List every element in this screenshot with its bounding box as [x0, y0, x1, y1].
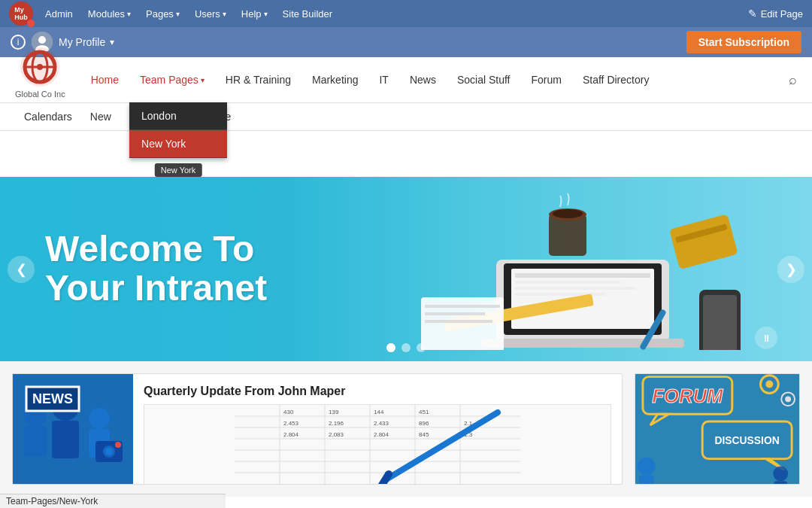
sub-nav: Calendars New Knowledge Exchange	[0, 102, 812, 131]
start-subscription-button[interactable]: Start Subscription	[686, 31, 801, 53]
banner-heading-line2: Your Intranet	[45, 269, 267, 309]
dropdown-london[interactable]: London	[129, 102, 227, 130]
sub-nav-calendars[interactable]: Calendars	[15, 103, 81, 130]
svg-rect-34	[52, 421, 79, 458]
company-logo	[20, 47, 61, 88]
banner-dot-2[interactable]	[401, 343, 411, 352]
svg-text:2.804: 2.804	[374, 431, 389, 438]
svg-text:430: 430	[283, 409, 294, 415]
svg-text:845: 845	[419, 431, 429, 438]
admin-nav: Admin Modules Pages Users Help Site Buil…	[45, 8, 332, 20]
svg-rect-8	[549, 214, 586, 256]
banner-next-button[interactable]: ❯	[777, 256, 804, 283]
banner-pause-button[interactable]: ⏸	[755, 327, 777, 349]
team-pages-dropdown: London New York New York	[129, 102, 227, 158]
svg-rect-80	[774, 481, 787, 485]
main-nav-wrapper: Global Co Inc Home Team Pages London New…	[0, 57, 812, 103]
main-nav: Global Co Inc Home Team Pages London New…	[15, 57, 797, 102]
banner-content: Welcome To Your Intranet	[45, 230, 267, 309]
status-bar: Team-Pages/New-York	[0, 494, 226, 508]
company-name: Global Co Inc	[15, 90, 65, 99]
site-builder-link[interactable]: Site Builder	[283, 8, 332, 20]
profile-dropdown-arrow[interactable]: ▾	[110, 37, 114, 47]
nav-staff-directory[interactable]: Staff Directory	[572, 57, 659, 102]
nav-home[interactable]: Home	[80, 57, 129, 102]
banner-dot-1[interactable]	[386, 343, 395, 352]
cards-section: NEWS Quarterly Update From John Maper	[0, 361, 812, 497]
svg-text:2.433: 2.433	[374, 420, 389, 427]
svg-text:FORUM: FORUM	[652, 385, 723, 406]
svg-rect-15	[515, 281, 620, 284]
svg-text:NEWS: NEWS	[32, 391, 73, 406]
svg-text:2.804: 2.804	[283, 431, 299, 438]
svg-rect-18	[481, 339, 684, 348]
forum-card-image: FORUM DISCUSSION	[635, 374, 799, 484]
svg-text:DISCUSSION: DISCUSSION	[715, 434, 780, 446]
svg-rect-32	[24, 426, 47, 456]
svg-point-1	[38, 36, 46, 44]
nav-hr-training[interactable]: HR & Training	[215, 57, 301, 102]
nav-social-stuff[interactable]: Social Stuff	[447, 57, 521, 102]
edit-page-button[interactable]: Edit Page	[748, 8, 803, 20]
status-text: Team-Pages/New-York	[6, 496, 98, 506]
sub-nav-new[interactable]: New	[81, 103, 120, 130]
banner-prev-button[interactable]: ❮	[8, 256, 35, 283]
search-icon[interactable]: ⌕	[789, 72, 797, 88]
svg-rect-24	[425, 312, 485, 315]
svg-rect-23	[425, 305, 500, 308]
news-card-title: Quarterly Update From John Maper	[144, 385, 611, 398]
admin-link[interactable]: Admin	[45, 8, 73, 20]
profile-bar: i My Profile ▾ Start Subscription	[0, 27, 812, 57]
svg-text:144: 144	[374, 409, 384, 415]
news-card-body: Quarterly Update From John Maper	[133, 374, 622, 484]
news-card-preview: 430 139 144 451 2.453 2.196 2.433 896 2.…	[144, 404, 611, 485]
svg-rect-14	[515, 273, 650, 278]
svg-rect-27	[703, 295, 737, 350]
svg-rect-16	[515, 287, 635, 290]
svg-point-42	[115, 442, 121, 448]
users-link[interactable]: Users	[195, 8, 226, 20]
nav-marketing[interactable]: Marketing	[301, 57, 368, 102]
nav-links: Home Team Pages London New York New York…	[80, 57, 660, 102]
myhub-logo[interactable]: MyHub	[9, 2, 33, 26]
svg-text:2.453: 2.453	[283, 420, 299, 427]
forum-card: FORUM DISCUSSION	[635, 373, 800, 485]
desk-illustration	[398, 192, 774, 350]
svg-rect-25	[425, 320, 492, 323]
pages-link[interactable]: Pages	[146, 8, 180, 20]
news-card: NEWS Quarterly Update From John Maper	[12, 373, 623, 485]
svg-point-82	[765, 381, 773, 388]
banner-dot-3[interactable]	[417, 343, 426, 352]
nav-forum[interactable]: Forum	[521, 57, 572, 102]
svg-text:451: 451	[419, 409, 429, 415]
help-link[interactable]: Help	[241, 8, 268, 20]
svg-rect-78	[639, 475, 654, 485]
svg-text:2.196: 2.196	[329, 420, 344, 427]
nav-it[interactable]: IT	[368, 57, 398, 102]
banner-dots	[386, 343, 426, 352]
banner-heading-line1: Welcome To	[45, 230, 267, 269]
svg-point-79	[773, 467, 788, 482]
svg-point-7	[37, 64, 43, 70]
svg-point-77	[638, 458, 656, 476]
news-card-image: NEWS	[13, 374, 133, 484]
svg-point-41	[105, 448, 113, 455]
svg-point-35	[89, 408, 110, 429]
svg-text:896: 896	[419, 420, 429, 427]
profile-name[interactable]: My Profile	[59, 36, 105, 48]
svg-point-84	[785, 396, 791, 402]
svg-point-10	[553, 209, 583, 218]
admin-bar: MyHub Admin Modules Pages Users Help Sit…	[0, 0, 812, 27]
modules-link[interactable]: Modules	[88, 8, 131, 20]
logo-area[interactable]: Global Co Inc	[15, 47, 65, 106]
nav-team-pages[interactable]: Team Pages London New York New York	[129, 57, 215, 102]
svg-line-68	[385, 412, 498, 480]
dropdown-new-york[interactable]: New York New York	[129, 130, 227, 158]
svg-line-69	[381, 474, 389, 485]
banner: Welcome To Your Intranet ❮ ❯ ⏸	[0, 177, 812, 361]
svg-text:2.083: 2.083	[329, 431, 344, 438]
nav-news[interactable]: News	[399, 57, 447, 102]
svg-text:139: 139	[329, 409, 339, 415]
